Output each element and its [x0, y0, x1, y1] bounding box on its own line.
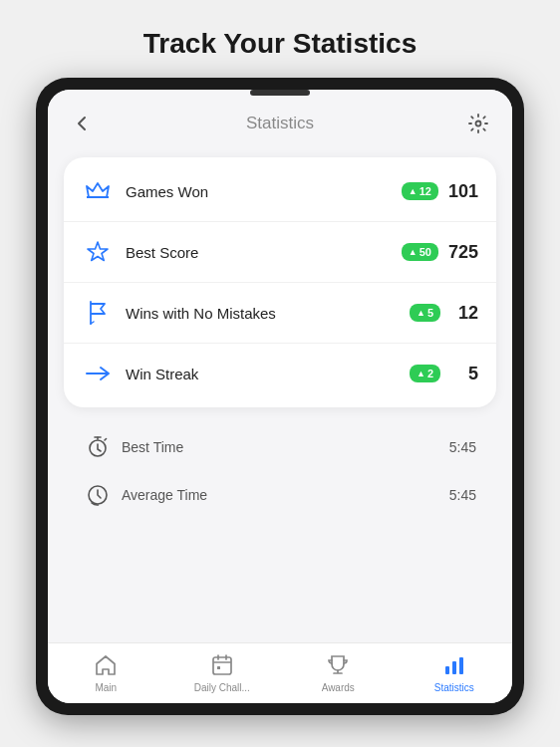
device-frame: Statistics Games Won	[36, 78, 524, 715]
chart-icon	[440, 651, 468, 679]
nav-statistics-label: Statistics	[434, 682, 474, 693]
nav-statistics[interactable]: Statistics	[397, 651, 513, 693]
time-stats: Best Time 5:45 Average Time 5:45	[64, 423, 496, 519]
best-score-label: Best Score	[126, 244, 402, 261]
arrow-right-icon	[82, 358, 114, 389]
home-icon	[92, 651, 120, 679]
average-time-value: 5:45	[449, 487, 476, 503]
screen-title: Statistics	[246, 114, 314, 133]
nav-main[interactable]: Main	[48, 651, 164, 693]
win-streak-badge: ▲2	[410, 365, 440, 382]
nav-main-label: Main	[95, 682, 117, 693]
trophy-icon	[324, 651, 352, 679]
calendar-icon	[208, 651, 236, 679]
svg-rect-5	[445, 666, 449, 674]
nav-awards-label: Awards	[322, 682, 355, 693]
nav-daily-label: Daily Chall...	[194, 682, 250, 693]
svg-rect-6	[452, 661, 456, 674]
bottom-nav: Main Daily Chall...	[48, 642, 512, 703]
device-screen: Statistics Games Won	[48, 90, 512, 703]
stat-row-wins-no-mistakes: Wins with No Mistakes ▲5 12	[64, 283, 496, 344]
clock-icon	[84, 481, 112, 509]
stat-row-games-won: Games Won ▲12 101	[64, 161, 496, 222]
average-time-label: Average Time	[122, 487, 449, 503]
best-score-value: 725	[448, 242, 478, 263]
games-won-label: Games Won	[126, 183, 402, 200]
svg-point-0	[476, 122, 481, 126]
best-time-label: Best Time	[122, 439, 449, 455]
settings-button[interactable]	[462, 108, 494, 139]
device-notch	[250, 90, 310, 96]
games-won-badge: ▲12	[402, 182, 438, 200]
games-won-value: 101	[448, 181, 478, 202]
content-area: Games Won ▲12 101 Best Score ▲50	[48, 149, 512, 642]
win-streak-label: Win Streak	[126, 366, 410, 382]
best-time-value: 5:45	[449, 439, 476, 455]
page-header: Track Your Statistics	[143, 0, 417, 78]
svg-rect-4	[217, 666, 220, 669]
wins-no-mistakes-value: 12	[450, 303, 478, 324]
stats-card: Games Won ▲12 101 Best Score ▲50	[64, 157, 496, 407]
nav-daily-challenge[interactable]: Daily Chall...	[164, 651, 281, 693]
star-icon	[82, 236, 114, 268]
crown-icon	[82, 175, 114, 207]
top-bar: Statistics	[48, 90, 512, 149]
svg-rect-7	[459, 657, 463, 674]
wins-no-mistakes-badge: ▲5	[410, 304, 440, 322]
average-time-row: Average Time 5:45	[72, 471, 488, 519]
timer-icon	[84, 433, 112, 461]
nav-awards[interactable]: Awards	[280, 651, 397, 693]
flag-icon	[82, 297, 114, 329]
win-streak-value: 5	[450, 364, 478, 384]
svg-rect-3	[213, 657, 231, 674]
stat-row-win-streak: Win Streak ▲2 5	[64, 344, 496, 403]
back-button[interactable]	[66, 108, 98, 139]
stat-row-best-score: Best Score ▲50 725	[64, 222, 496, 283]
best-score-badge: ▲50	[402, 243, 438, 261]
page-title: Track Your Statistics	[143, 28, 417, 60]
best-time-row: Best Time 5:45	[72, 423, 488, 471]
wins-no-mistakes-label: Wins with No Mistakes	[126, 305, 410, 322]
